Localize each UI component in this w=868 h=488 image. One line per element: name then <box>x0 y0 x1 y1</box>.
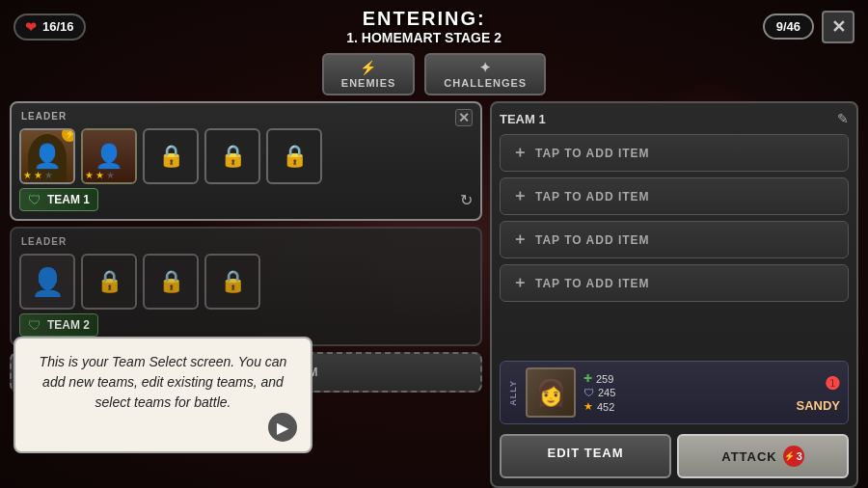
ally-stat-atk: ★ 452 <box>583 400 615 413</box>
life-value: 16/16 <box>42 19 74 34</box>
hp-icon: ✚ <box>583 372 592 385</box>
star6: ★ <box>106 170 115 180</box>
title-subtitle: 1. HOMEMART STAGE 2 <box>86 30 763 45</box>
ally-right: ❶ SANDY <box>796 373 840 413</box>
attack-cost-icon: ⚡ <box>784 451 796 461</box>
lock-icon-2-3: 🔒 <box>158 269 184 294</box>
item-label-4: TAP TO ADD ITEM <box>535 277 650 290</box>
lock-icon-4: 🔒 <box>220 144 246 169</box>
left-panel: LEADER ✕ ⚡ ★ ★ ★ <box>10 101 482 488</box>
right-team-label: TEAM 1 <box>500 112 546 126</box>
heart-icon: ❤ <box>25 19 37 35</box>
lock-icon-5: 🔒 <box>282 144 308 169</box>
left-inner: LEADER ✕ ⚡ ★ ★ ★ <box>10 101 482 488</box>
star4: ★ <box>85 170 94 180</box>
lock-icon-2-2: 🔒 <box>96 269 122 294</box>
tooltip-box: This is your Team Select screen. You can… <box>14 337 312 453</box>
stars-1: ★ ★ ★ <box>23 170 53 180</box>
stars-2: ★ ★ ★ <box>85 170 115 180</box>
tab-bar: ⚡ ENEMIES ✦ CHALLENGES <box>0 49 868 101</box>
char-slot-1[interactable]: ⚡ ★ ★ ★ <box>19 128 75 184</box>
attack-label: ATTACK <box>721 449 777 464</box>
item-row-4[interactable]: ＋ TAP TO ADD ITEM <box>500 264 849 302</box>
item-plus-4: ＋ <box>512 273 528 293</box>
ally-atk-val: 452 <box>597 401 614 413</box>
dmg-badge-icon: ❶ <box>825 373 840 394</box>
title-entering: ENTERING: <box>86 8 763 30</box>
team2-footer: 🛡 TEAM 2 <box>19 313 473 337</box>
star3: ★ <box>44 170 53 180</box>
close-button[interactable]: ✕ <box>822 11 854 43</box>
ally-stat-hp: ✚ 259 <box>583 372 615 385</box>
star2: ★ <box>34 170 42 180</box>
item-plus-1: ＋ <box>512 143 528 163</box>
ally-stats: ✚ 259 🛡 245 ★ 452 <box>583 372 615 413</box>
char-slot-4[interactable]: 🔒 <box>204 128 260 184</box>
char-slot-2-2[interactable]: 🔒 <box>81 254 137 310</box>
tooltip-next-button[interactable]: ▶ <box>268 413 297 442</box>
team2-name: TEAM 2 <box>47 318 90 332</box>
item-row-1[interactable]: ＋ TAP TO ADD ITEM <box>500 134 849 172</box>
ally-section: ALLY 👩 ✚ 259 🛡 245 ★ 452 <box>500 361 849 424</box>
team1-footer: 🛡 TEAM 1 ↻ <box>19 188 473 211</box>
edit-team-button[interactable]: EDIT TEAM <box>500 434 671 478</box>
item-row-2[interactable]: ＋ TAP TO ADD ITEM <box>500 177 849 215</box>
item-plus-3: ＋ <box>512 230 528 250</box>
leader-label-1: LEADER <box>21 111 67 122</box>
attack-cost-val: 3 <box>797 450 803 462</box>
ally-def-val: 245 <box>598 387 615 398</box>
tab-challenges-label: CHALLENGES <box>444 77 527 89</box>
char-slot-5[interactable]: 🔒 <box>266 128 322 184</box>
item-row-3[interactable]: ＋ TAP TO ADD ITEM <box>500 221 849 258</box>
tab-enemies[interactable]: ⚡ ENEMIES <box>322 53 416 95</box>
top-bar: ❤ 16/16 ENTERING: 1. HOMEMART STAGE 2 9/… <box>0 0 868 49</box>
main-content: LEADER ✕ ⚡ ★ ★ ★ <box>0 101 868 488</box>
right-panel: TEAM 1 ✎ ＋ TAP TO ADD ITEM ＋ TAP TO ADD … <box>490 101 858 488</box>
star5: ★ <box>95 170 104 180</box>
char-slot-2[interactable]: ★ ★ ★ <box>81 128 137 184</box>
shield-icon-2: 🛡 <box>28 317 41 333</box>
def-icon: 🛡 <box>583 387 594 398</box>
char-slot-2-3[interactable]: 🔒 <box>143 254 199 310</box>
item-plus-2: ＋ <box>512 186 528 206</box>
life-counter: ❤ 16/16 <box>14 14 86 41</box>
team1-card[interactable]: LEADER ✕ ⚡ ★ ★ ★ <box>10 101 482 221</box>
refresh-icon-1[interactable]: ↻ <box>460 191 473 209</box>
enemies-icon: ⚡ <box>360 60 377 75</box>
char-slot-2-1[interactable]: 👤 <box>19 254 75 310</box>
team1-name: TEAM 1 <box>47 193 90 206</box>
team1-close[interactable]: ✕ <box>455 109 473 126</box>
attack-cost-badge: ⚡ 3 <box>783 446 804 467</box>
team1-name-badge: 🛡 TEAM 1 <box>19 188 98 211</box>
tooltip-text: This is your Team Select screen. You can… <box>31 352 295 413</box>
bottom-buttons: EDIT TEAM ATTACK ⚡ 3 <box>500 434 849 478</box>
right-panel-header: TEAM 1 ✎ <box>500 111 849 126</box>
ally-label: ALLY <box>508 380 518 406</box>
ally-stat-def: 🛡 245 <box>583 387 615 398</box>
item-label-2: TAP TO ADD ITEM <box>535 190 650 203</box>
star1: ★ <box>23 170 32 180</box>
character-slots-2: 👤 🔒 🔒 🔒 <box>19 254 473 310</box>
lock-icon-3: 🔒 <box>158 144 184 169</box>
coin-counter: 9/46 <box>763 14 814 40</box>
item-label-1: TAP TO ADD ITEM <box>535 147 650 160</box>
top-right: 9/46 ✕ <box>763 11 854 43</box>
edit-pencil-icon[interactable]: ✎ <box>837 111 849 126</box>
team2-name-badge: 🛡 TEAM 2 <box>19 313 98 337</box>
ally-name: SANDY <box>796 398 840 413</box>
team2-card[interactable]: LEADER 👤 🔒 🔒 🔒 <box>10 227 482 346</box>
char-slot-3[interactable]: 🔒 <box>143 128 199 184</box>
char-slot-2-4[interactable]: 🔒 <box>204 254 260 310</box>
atk-icon: ★ <box>583 400 593 413</box>
bolt-badge-1: ⚡ <box>62 128 75 142</box>
title-area: ENTERING: 1. HOMEMART STAGE 2 <box>86 8 763 45</box>
leader-label-2: LEADER <box>21 236 67 247</box>
ally-avatar: 👩 <box>526 367 576 418</box>
tab-challenges[interactable]: ✦ CHALLENGES <box>424 53 546 95</box>
item-label-3: TAP TO ADD ITEM <box>535 233 650 247</box>
ally-hp-val: 259 <box>596 373 613 385</box>
character-slots-1: ⚡ ★ ★ ★ ★ ★ <box>19 128 473 184</box>
lock-icon-2-4: 🔒 <box>220 269 246 294</box>
tab-enemies-label: ENEMIES <box>341 77 396 89</box>
attack-button[interactable]: ATTACK ⚡ 3 <box>677 434 849 478</box>
